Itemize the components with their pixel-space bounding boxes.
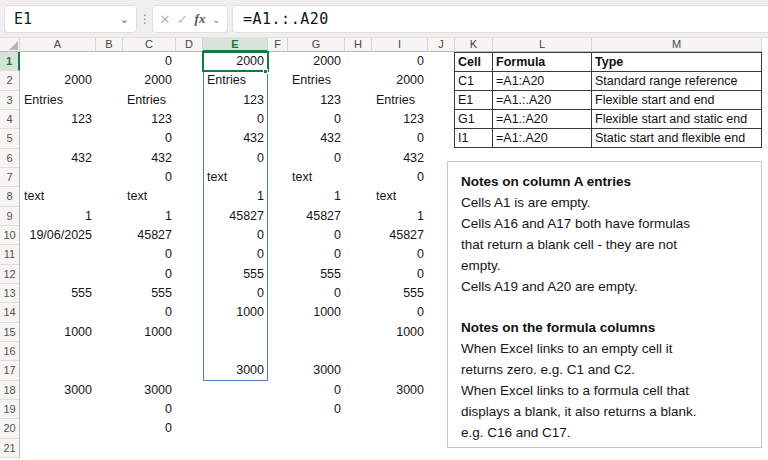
- cell-C13[interactable]: 555: [123, 284, 176, 303]
- ref-table-cell[interactable]: I1: [455, 129, 493, 148]
- cell-G11[interactable]: 0: [288, 245, 345, 264]
- column-header-D[interactable]: D: [176, 38, 203, 52]
- row-header-16[interactable]: 16: [0, 342, 20, 361]
- ref-table-header[interactable]: Cell: [455, 53, 493, 72]
- row-header-2[interactable]: 2: [0, 71, 20, 90]
- cell-A15[interactable]: 1000: [20, 323, 96, 342]
- row-header-7[interactable]: 7: [0, 168, 20, 187]
- cell-E5[interactable]: 432: [203, 129, 268, 148]
- cell-C7[interactable]: 0: [123, 168, 176, 187]
- chevron-down-icon[interactable]: ⌄: [120, 13, 136, 26]
- column-header-G[interactable]: G: [288, 38, 345, 52]
- row-header-18[interactable]: 18: [0, 381, 20, 400]
- cell-A6[interactable]: 432: [20, 149, 96, 168]
- cell-A18[interactable]: 3000: [20, 381, 96, 400]
- row-header-1[interactable]: 1: [0, 52, 20, 71]
- ref-table-cell[interactable]: Standard range reference: [592, 72, 762, 91]
- column-header-F[interactable]: F: [268, 38, 288, 52]
- cell-I7[interactable]: 0: [372, 168, 428, 187]
- row-header-12[interactable]: 12: [0, 265, 20, 284]
- ref-table-cell[interactable]: G1: [455, 110, 493, 129]
- cell-E14[interactable]: 1000: [203, 303, 268, 322]
- column-header-A[interactable]: A: [20, 38, 96, 52]
- column-header-E[interactable]: E: [203, 38, 268, 52]
- column-header-K[interactable]: K: [455, 38, 493, 52]
- insert-function-icon[interactable]: fx: [195, 11, 206, 27]
- cell-G10[interactable]: 0: [288, 226, 345, 245]
- cell-I15[interactable]: 1000: [372, 323, 428, 342]
- cell-E11[interactable]: 0: [203, 245, 268, 264]
- cell-G9[interactable]: 45827: [288, 207, 345, 226]
- cell-C9[interactable]: 1: [123, 207, 176, 226]
- cell-E3[interactable]: 123: [203, 91, 268, 110]
- row-header-15[interactable]: 15: [0, 323, 20, 342]
- cell-C12[interactable]: 0: [123, 265, 176, 284]
- cell-A2[interactable]: 2000: [20, 71, 96, 90]
- cell-I5[interactable]: 0: [372, 129, 428, 148]
- ref-table-cell[interactable]: Static start and flexible end: [592, 129, 762, 148]
- formula-input[interactable]: =A1.:.A20: [232, 5, 768, 33]
- cell-I13[interactable]: 555: [372, 284, 428, 303]
- cell-G13[interactable]: 0: [288, 284, 345, 303]
- cell-C20[interactable]: 0: [123, 419, 176, 438]
- cell-E7[interactable]: text: [203, 168, 268, 187]
- ref-table-cell[interactable]: =A1:.A20: [493, 129, 592, 148]
- row-header-21[interactable]: 21: [0, 439, 20, 458]
- cell-G19[interactable]: 0: [288, 400, 345, 419]
- ref-table-cell[interactable]: =A1.:A20: [493, 110, 592, 129]
- ref-table-cell[interactable]: E1: [455, 91, 493, 110]
- cell-E1[interactable]: 2000: [203, 52, 268, 71]
- cell-E9[interactable]: 45827: [203, 207, 268, 226]
- row-header-20[interactable]: 20: [0, 419, 20, 438]
- cell-G5[interactable]: 432: [288, 129, 345, 148]
- ref-table-cell[interactable]: Flexible start and static end: [592, 110, 762, 129]
- ref-table-cell[interactable]: =A1:A20: [493, 72, 592, 91]
- cell-G12[interactable]: 555: [288, 265, 345, 284]
- cell-C11[interactable]: 0: [123, 245, 176, 264]
- cell-I11[interactable]: 0: [372, 245, 428, 264]
- row-header-14[interactable]: 14: [0, 303, 20, 322]
- row-header-3[interactable]: 3: [0, 91, 20, 110]
- cell-E12[interactable]: 555: [203, 265, 268, 284]
- cell-E10[interactable]: 0: [203, 226, 268, 245]
- cell-G14[interactable]: 1000: [288, 303, 345, 322]
- cell-E13[interactable]: 0: [203, 284, 268, 303]
- row-header-8[interactable]: 8: [0, 187, 20, 206]
- cell-C2[interactable]: 2000: [123, 71, 176, 90]
- cell-I4[interactable]: 123: [372, 110, 428, 129]
- cell-A4[interactable]: 123: [20, 110, 96, 129]
- cell-I8[interactable]: text: [372, 187, 428, 206]
- gripper-icon[interactable]: ⋮: [139, 8, 149, 30]
- cell-E8[interactable]: 1: [203, 187, 268, 206]
- column-header-H[interactable]: H: [345, 38, 372, 52]
- cell-C6[interactable]: 432: [123, 149, 176, 168]
- cell-G8[interactable]: 1: [288, 187, 345, 206]
- cell-C1[interactable]: 0: [123, 52, 176, 71]
- cell-E17[interactable]: 3000: [203, 361, 268, 380]
- cell-G7[interactable]: text: [288, 168, 345, 187]
- cell-G17[interactable]: 3000: [288, 361, 345, 380]
- cell-C18[interactable]: 3000: [123, 381, 176, 400]
- cell-G6[interactable]: 0: [288, 149, 345, 168]
- cell-I14[interactable]: 0: [372, 303, 428, 322]
- row-header-4[interactable]: 4: [0, 110, 20, 129]
- cell-C8[interactable]: text: [123, 187, 176, 206]
- row-header-17[interactable]: 17: [0, 361, 20, 380]
- ref-table-cell[interactable]: C1: [455, 72, 493, 91]
- cell-I10[interactable]: 45827: [372, 226, 428, 245]
- cell-C19[interactable]: 0: [123, 400, 176, 419]
- cell-E6[interactable]: 0: [203, 149, 268, 168]
- cell-G18[interactable]: 0: [288, 381, 345, 400]
- column-header-J[interactable]: J: [428, 38, 455, 52]
- cell-I1[interactable]: 0: [372, 52, 428, 71]
- cell-C14[interactable]: 0: [123, 303, 176, 322]
- cell-C4[interactable]: 123: [123, 110, 176, 129]
- chevron-down-icon[interactable]: ⌄: [212, 14, 220, 25]
- cell-I3[interactable]: Entries: [372, 91, 428, 110]
- cell-E4[interactable]: 0: [203, 110, 268, 129]
- cell-I18[interactable]: 3000: [372, 381, 428, 400]
- cell-G4[interactable]: 0: [288, 110, 345, 129]
- column-header-B[interactable]: B: [96, 38, 123, 52]
- cell-A8[interactable]: text: [20, 187, 96, 206]
- ref-table-header[interactable]: Type: [592, 53, 762, 72]
